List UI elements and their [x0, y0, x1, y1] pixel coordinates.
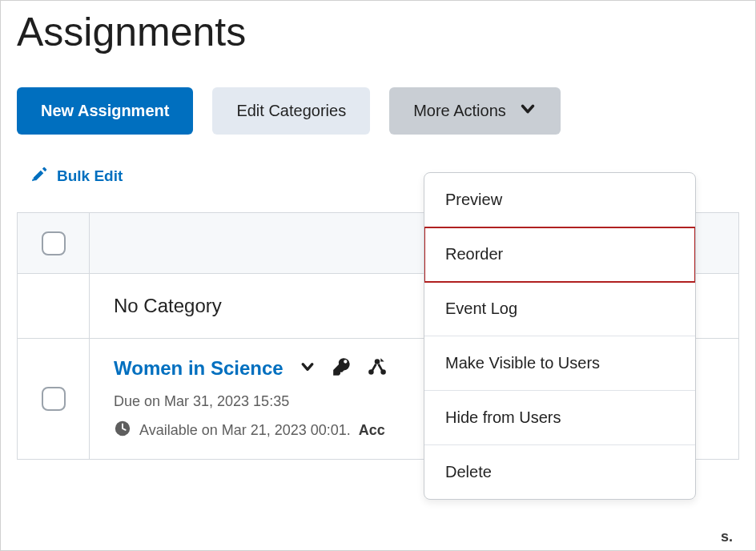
menu-item-hide-from-users[interactable]: Hide from Users	[424, 391, 695, 445]
share-icon	[367, 356, 388, 380]
menu-item-preview[interactable]: Preview	[424, 173, 695, 227]
new-assignment-button[interactable]: New Assignment	[17, 87, 193, 135]
menu-item-reorder[interactable]: Reorder	[424, 227, 695, 282]
chevron-down-icon	[519, 100, 537, 122]
chevron-down-icon[interactable]	[300, 359, 316, 378]
assignment-icons	[332, 356, 388, 380]
assignment-checkbox-cell	[18, 339, 90, 459]
access-prefix: Acc	[359, 422, 385, 439]
category-checkbox-cell	[18, 274, 90, 338]
more-actions-menu: Preview Reorder Event Log Make Visible t…	[424, 172, 696, 500]
key-icon	[332, 356, 352, 380]
more-actions-button[interactable]: More Actions	[389, 87, 561, 135]
select-all-checkbox[interactable]	[42, 231, 66, 255]
edit-categories-button[interactable]: Edit Categories	[212, 87, 370, 135]
bulk-edit-label: Bulk Edit	[57, 167, 123, 185]
select-all-cell	[18, 213, 90, 273]
availability-text: Available on Mar 21, 2023 00:01.	[139, 422, 351, 439]
assignment-checkbox[interactable]	[42, 387, 66, 411]
menu-item-event-log[interactable]: Event Log	[424, 282, 695, 336]
clock-icon	[114, 420, 131, 441]
svg-point-1	[374, 359, 380, 364]
edit-icon	[31, 165, 49, 187]
menu-item-make-visible[interactable]: Make Visible to Users	[424, 336, 695, 391]
menu-item-delete[interactable]: Delete	[424, 445, 695, 499]
toolbar: New Assignment Edit Categories More Acti…	[1, 71, 755, 151]
assignment-title-link[interactable]: Women in Science	[114, 357, 284, 380]
page-title: Assignments	[1, 1, 755, 71]
truncated-suffix: s.	[721, 529, 733, 545]
bulk-edit-link[interactable]: Bulk Edit	[1, 151, 139, 203]
more-actions-label: More Actions	[413, 102, 506, 120]
